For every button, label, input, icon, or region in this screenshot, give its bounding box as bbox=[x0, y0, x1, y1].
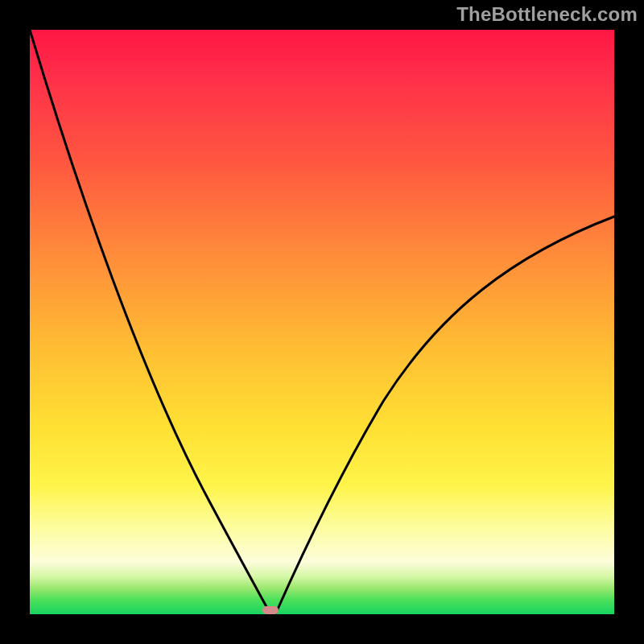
curve-right-branch bbox=[276, 217, 614, 613]
plot-area bbox=[30, 30, 614, 614]
watermark-text: TheBottleneck.com bbox=[456, 3, 638, 26]
bottleneck-curve bbox=[30, 30, 614, 614]
curve-left-branch bbox=[30, 30, 270, 613]
chart-frame: TheBottleneck.com bbox=[0, 0, 644, 644]
bottleneck-marker bbox=[262, 606, 279, 614]
